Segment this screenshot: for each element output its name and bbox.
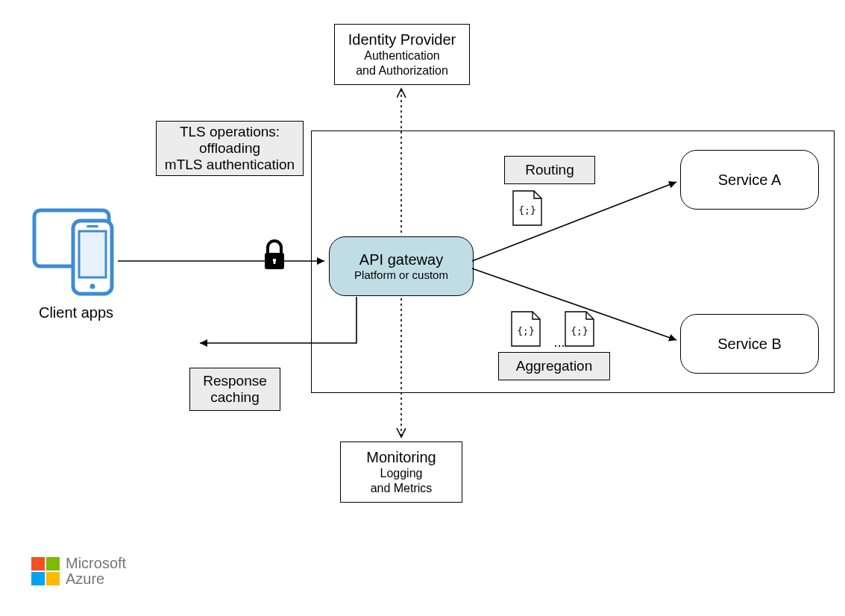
svg-rect-2 xyxy=(79,231,106,277)
identity-provider-box: Identity Provider Authentication and Aut… xyxy=(334,24,470,85)
tls-box: TLS operations: offloading mTLS authenti… xyxy=(156,121,304,176)
response-title: Response xyxy=(203,373,267,389)
svg-rect-1 xyxy=(73,221,112,294)
svg-rect-0 xyxy=(34,210,109,266)
svg-rect-5 xyxy=(265,253,284,269)
microsoft-azure-logo: Microsoft Azure xyxy=(31,556,126,587)
monitoring-title: Monitoring xyxy=(366,449,436,466)
svg-point-3 xyxy=(90,284,95,289)
service-a-box: Service A xyxy=(680,150,819,210)
aggregation-box: Aggregation xyxy=(498,352,610,380)
aggregation-label: Aggregation xyxy=(516,358,592,374)
identity-line2: and Authorization xyxy=(356,63,448,78)
api-sub: Platform or custom xyxy=(354,268,448,281)
aggregation-dots: ... xyxy=(548,335,571,351)
ms-square-red xyxy=(31,557,45,571)
ms-square-blue xyxy=(31,572,45,585)
tls-line2: mTLS authentication xyxy=(165,157,295,173)
identity-line1: Authentication xyxy=(364,48,439,63)
identity-title: Identity Provider xyxy=(348,31,456,48)
service-b-box: Service B xyxy=(680,314,819,374)
client-apps-label: Client apps xyxy=(31,304,121,321)
svg-rect-4 xyxy=(87,225,98,227)
monitoring-box: Monitoring Logging and Metrics xyxy=(340,441,462,503)
brand-line1: Microsoft xyxy=(66,556,126,571)
api-title: API gateway xyxy=(359,251,443,268)
lock-icon xyxy=(265,241,284,269)
svg-rect-7 xyxy=(274,260,276,264)
ms-square-yellow xyxy=(46,572,60,585)
monitoring-line2: and Metrics xyxy=(371,481,433,495)
tls-line1: offloading xyxy=(199,140,260,157)
monitoring-line1: Logging xyxy=(380,466,423,480)
api-gateway-box: API gateway Platform or custom xyxy=(329,236,474,296)
response-caching-box: Response caching xyxy=(189,368,280,411)
service-a-label: Service A xyxy=(718,172,781,189)
brand-line2: Azure xyxy=(66,571,126,587)
response-line1: caching xyxy=(210,389,260,406)
routing-label: Routing xyxy=(525,162,574,178)
ms-square-green xyxy=(46,557,60,571)
service-b-label: Service B xyxy=(717,336,782,353)
tls-title: TLS operations: xyxy=(180,124,280,140)
svg-point-6 xyxy=(273,259,277,263)
routing-box: Routing xyxy=(504,156,595,184)
